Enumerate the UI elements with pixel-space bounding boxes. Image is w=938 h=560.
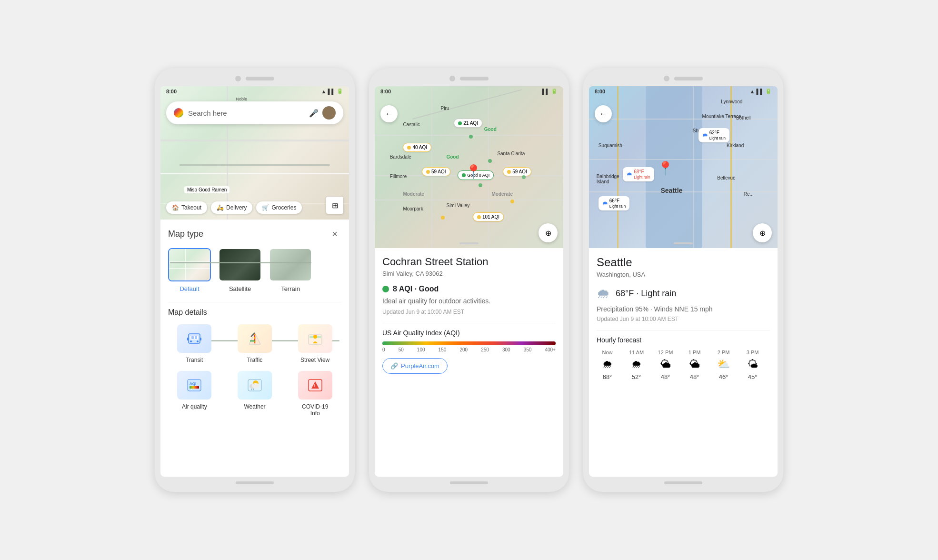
aqi-status: 8 AQI · Good (382, 285, 556, 293)
svg-rect-7 (195, 336, 197, 339)
aqi-dot-3 (479, 183, 482, 187)
phone-2-home-bar (450, 481, 488, 484)
detail-weather[interactable]: Weather (229, 371, 281, 417)
back-button-2[interactable]: ← (380, 105, 398, 122)
phone-1-camera (235, 76, 241, 81)
aqi-101-label: 101 AQI (482, 214, 499, 220)
detail-airquality[interactable]: AQI Air quality (168, 371, 221, 417)
seattle-road-v1 (693, 86, 694, 248)
drag-handle-3 (674, 242, 693, 244)
detail-streetview[interactable]: Street View (289, 324, 341, 363)
transit-label: Transit (186, 357, 203, 363)
hourly-item-5: 3 PM 🌤 45° (742, 350, 763, 380)
svg-text:AQI: AQI (190, 381, 196, 386)
phone-2-screen: Bardsdale Fillmore Moorpark Simi Valley … (375, 86, 563, 477)
weather-main: 🌧 68°F · Light rain (597, 286, 770, 301)
hourly-icon-4: ⛅ (717, 358, 730, 370)
svg-rect-4 (187, 338, 189, 340)
detail-traffic[interactable]: Traffic (229, 324, 281, 363)
aqi-updated: Updated Jun 9 at 10:00 AM EST (382, 309, 556, 315)
aqi-badge-59a: 59 AQI (422, 167, 450, 176)
hourly-item-2: 12 PM 🌥 48° (655, 350, 676, 380)
fillmore-label: Fillmore (390, 174, 407, 179)
battery-icon: 🔋 (337, 88, 343, 94)
phone-2: Bardsdale Fillmore Moorpark Simi Valley … (369, 68, 569, 492)
aqi-map-background: Bardsdale Fillmore Moorpark Simi Valley … (375, 86, 563, 248)
hourly-temp-0: 68° (603, 373, 612, 380)
phone-3-speaker (674, 77, 703, 80)
map-type-satellite[interactable]: Satellite (219, 248, 261, 292)
default-thumb (168, 248, 211, 281)
aqi-scale-labels: 0 50 100 150 200 250 300 350 400+ (382, 347, 556, 352)
phone-3-status-bar: 8:00 ▲ ▌▌ 🔋 (589, 86, 778, 96)
station-address: Simi Valley, CA 93062 (382, 270, 556, 277)
map-details-grid: Transit Traffi (168, 324, 341, 417)
weather-info: Seattle Washington, USA 🌧 68°F · Light r… (589, 248, 778, 392)
aqi-section-title: US Air Quality Index (AQI) (382, 329, 556, 337)
simivalley-label: Simi Valley (446, 203, 469, 208)
aqi-21-label: 21 AQI (463, 120, 478, 126)
hourly-scroll: Now 🌧 68° 11 AM 🌧 52° 12 PM 🌥 48° 1 PM 🌥… (597, 350, 770, 384)
user-avatar[interactable] (322, 106, 336, 120)
terrain-label: Terrain (281, 285, 300, 292)
search-bar[interactable]: Search here 🎤 (166, 101, 343, 124)
seattle-main-label: Seattle (660, 187, 682, 194)
detail-transit[interactable]: Transit (168, 324, 221, 363)
station-info: Cochran Street Station Simi Valley, CA 9… (375, 248, 563, 381)
close-button[interactable]: × (328, 227, 341, 240)
transit-icon (177, 324, 211, 353)
seattle-pin: 📍 (657, 160, 674, 176)
aqi-dot-5 (510, 200, 514, 203)
layers-button[interactable]: ⊞ (326, 197, 343, 214)
drag-handle-2 (459, 242, 479, 244)
weather-detail-icon (238, 371, 272, 400)
svg-point-22 (252, 383, 259, 389)
signal-icon-2: ▌▌ (542, 89, 549, 94)
phone-2-bottom-bar (375, 481, 563, 484)
svg-point-12 (313, 335, 317, 339)
compass-button-2[interactable]: ⊕ (539, 223, 558, 242)
phones-container: Noble cing ter 8:00 ▲ ▌▌ 🔋 Search he (155, 68, 783, 492)
castaicl-label: Castalic (403, 122, 420, 127)
status-time-3: 8:00 (595, 89, 605, 94)
default-thumb-preview (169, 249, 210, 280)
detail-covid[interactable]: ! COVID-19Info (289, 371, 341, 417)
location-pin: 📍 (465, 164, 482, 180)
weather-details: Precipitation 95% · Winds NNE 15 mph (597, 305, 770, 313)
aqi-bar (382, 341, 556, 345)
moderate-label-1: Moderate (403, 191, 424, 197)
signal-icon: ▌▌ (328, 89, 335, 94)
phone-1: Noble cing ter 8:00 ▲ ▌▌ 🔋 Search he (155, 68, 355, 492)
phone-1-bottom-bar (160, 481, 349, 484)
phone-2-camera (449, 76, 455, 81)
aqi-value: 8 AQI · Good (393, 285, 439, 293)
microphone-icon[interactable]: 🎤 (309, 109, 318, 117)
aqi-description: Ideal air quality for outdoor activities… (382, 297, 556, 305)
svg-rect-5 (200, 338, 201, 340)
divider-1 (168, 302, 341, 302)
santaclarita-label: Santa Clarita (497, 151, 525, 156)
svg-point-3 (197, 340, 199, 342)
hourly-icon-3: 🌥 (689, 358, 700, 370)
svg-rect-16 (190, 386, 199, 389)
hourly-icon-5: 🌤 (748, 358, 758, 370)
svg-rect-14 (317, 336, 321, 338)
hourly-icon-2: 🌥 (660, 358, 671, 370)
purpleair-link[interactable]: 🔗 PurpleAir.com (382, 358, 448, 374)
svg-line-23 (251, 389, 252, 390)
rain-icon-1: 🌧 (702, 132, 708, 139)
svg-line-24 (253, 389, 254, 390)
renton-label: Re... (744, 191, 754, 197)
hourly-item-4: 2 PM ⛅ 46° (713, 350, 734, 380)
phone-3-screen: Lynnwood Mountlake Terrace Shoreline Bot… (589, 86, 778, 477)
aqi-dot-2 (488, 159, 492, 163)
weather-badge-66: 🌧 66°FLight rain (599, 196, 629, 210)
back-button-3[interactable]: ← (595, 105, 612, 122)
aqi-dot-1 (469, 135, 473, 139)
hourly-temp-1: 52° (632, 373, 641, 380)
map-type-terrain[interactable]: Terrain (269, 248, 312, 292)
moderate-label-2: Moderate (492, 191, 513, 197)
map-type-default[interactable]: Default (168, 248, 211, 292)
compass-button-3[interactable]: ⊕ (753, 223, 772, 242)
aqi-badge-21: 21 AQI (454, 119, 482, 128)
